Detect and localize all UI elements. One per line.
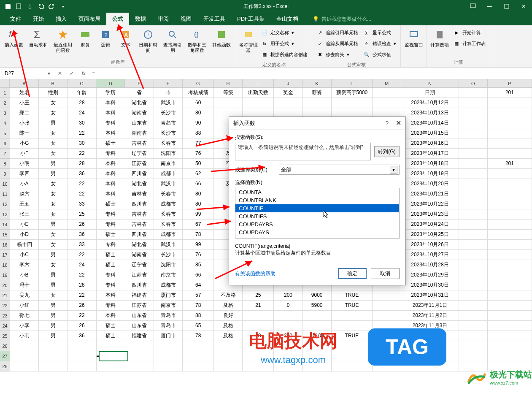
use-in-formula-button[interactable]: fx用于公式 ▾ (261, 39, 308, 48)
cell[interactable]: 硕士 (97, 331, 125, 341)
cell[interactable] (488, 98, 532, 108)
cell[interactable]: 78 (183, 331, 214, 341)
cell[interactable]: 28 (68, 159, 96, 168)
cell[interactable]: 专科 (97, 220, 125, 229)
tab-pdf-tools[interactable]: PDF工具集 (231, 13, 270, 25)
column-header[interactable]: J (274, 79, 302, 87)
cell[interactable] (39, 351, 68, 361)
column-header[interactable]: G (183, 79, 214, 87)
cell[interactable]: 山东省 (125, 118, 154, 128)
financial-button[interactable]: 财务 (75, 26, 95, 49)
cell[interactable] (459, 270, 488, 280)
cell[interactable] (459, 98, 488, 108)
cell[interactable] (303, 311, 332, 320)
cell[interactable] (373, 98, 401, 108)
column-header[interactable]: F (154, 79, 183, 87)
cell[interactable] (183, 351, 214, 361)
cell[interactable]: 长沙市 (154, 250, 183, 260)
cell[interactable]: 62 (183, 169, 214, 179)
cell[interactable]: 小明 (10, 159, 39, 168)
cell[interactable]: 2023年11月1日 (401, 301, 459, 310)
cell[interactable]: 南京市 (154, 159, 183, 168)
cell[interactable] (68, 361, 96, 371)
tab-view[interactable]: 视图 (175, 13, 197, 25)
cell[interactable] (373, 301, 401, 310)
function-list-item[interactable]: COUNTBLANK (235, 196, 399, 204)
fx-icon[interactable]: fx (78, 68, 89, 79)
cell[interactable]: 66 (183, 270, 214, 280)
cell[interactable]: 22 (68, 189, 96, 199)
cell[interactable]: 长春市 (154, 189, 183, 199)
cell[interactable]: 60 (183, 98, 214, 108)
cell[interactable]: 男 (39, 250, 68, 260)
cell[interactable]: 专科 (97, 118, 125, 128)
cell[interactable]: 2023年10月14日 (401, 118, 459, 128)
cell[interactable] (125, 361, 154, 371)
column-header[interactable]: P (488, 79, 532, 87)
cell[interactable]: 2023年10月13日 (401, 108, 459, 118)
function-list-item[interactable]: COUPDAYBS (235, 220, 399, 228)
cell[interactable] (459, 321, 488, 331)
cell[interactable] (125, 351, 154, 361)
function-list-item[interactable]: COUPDAYSNC (235, 236, 399, 239)
cell[interactable] (39, 341, 68, 351)
cell[interactable] (459, 179, 488, 189)
cell[interactable]: 28 (243, 331, 274, 341)
cell[interactable]: 2023年10月29日 (401, 270, 459, 280)
cell[interactable]: 本科 (97, 159, 125, 168)
cell[interactable] (488, 290, 532, 300)
cell[interactable]: 200 (274, 331, 302, 341)
cell[interactable]: 女 (39, 199, 68, 209)
cell[interactable]: 小红 (10, 301, 39, 310)
cell[interactable]: 21 (243, 301, 274, 310)
cell[interactable]: 22 (68, 128, 96, 138)
row-header[interactable]: 9 (0, 169, 10, 179)
cell[interactable]: 本科 (97, 128, 125, 138)
cell[interactable]: 本科 (97, 311, 125, 320)
cell[interactable]: 女 (39, 230, 68, 239)
cell[interactable] (459, 169, 488, 179)
cell[interactable]: TRUE (332, 301, 373, 310)
select-all-corner[interactable] (0, 79, 10, 87)
cell[interactable]: 2023年10月16日 (401, 138, 459, 148)
cell[interactable]: 66 (183, 179, 214, 189)
cell[interactable] (488, 220, 532, 229)
tab-data[interactable]: 数据 (129, 13, 152, 25)
define-name-button[interactable]: 📄定义名称 ▾ (261, 28, 308, 37)
cell[interactable]: 日期 (401, 88, 459, 98)
cell[interactable] (459, 220, 488, 229)
cell[interactable]: 南京市 (154, 301, 183, 310)
cell[interactable] (488, 301, 532, 310)
row-header[interactable]: 11 (0, 189, 10, 199)
cell[interactable]: 25 (243, 290, 274, 300)
cell[interactable]: 不及格 (214, 290, 243, 300)
cell[interactable]: 厦门市 (154, 290, 183, 300)
cell[interactable] (459, 88, 488, 98)
cell[interactable]: 本科 (97, 169, 125, 179)
cell[interactable]: 30 (68, 138, 96, 148)
cell[interactable]: 女 (39, 138, 68, 148)
cell[interactable] (214, 341, 243, 351)
cell[interactable]: 薪资高于5000 (332, 88, 373, 98)
cell[interactable]: 女 (39, 290, 68, 300)
tab-file[interactable]: 文件 (4, 13, 27, 25)
cell[interactable]: 省 (125, 88, 154, 98)
cell[interactable]: 吉林省 (125, 209, 154, 219)
cell[interactable]: 女 (39, 128, 68, 138)
cell[interactable]: 男 (39, 280, 68, 290)
tab-review[interactable]: 审阅 (152, 13, 175, 25)
cell[interactable] (459, 331, 488, 341)
cell[interactable]: 小王 (10, 98, 39, 108)
cell[interactable] (459, 138, 488, 148)
cell[interactable] (459, 199, 488, 209)
row-header[interactable]: 13 (0, 209, 10, 220)
cell[interactable] (274, 351, 302, 361)
function-list-item[interactable]: COUNTA (235, 188, 399, 196)
cell[interactable]: 江苏省 (125, 301, 154, 310)
cell[interactable] (214, 361, 243, 371)
enter-formula-icon[interactable]: ✓ (66, 68, 78, 79)
column-header[interactable]: M (373, 79, 401, 87)
cell[interactable]: 88 (183, 128, 214, 138)
ok-button[interactable]: 确定 (338, 268, 367, 279)
cell[interactable] (332, 351, 373, 361)
